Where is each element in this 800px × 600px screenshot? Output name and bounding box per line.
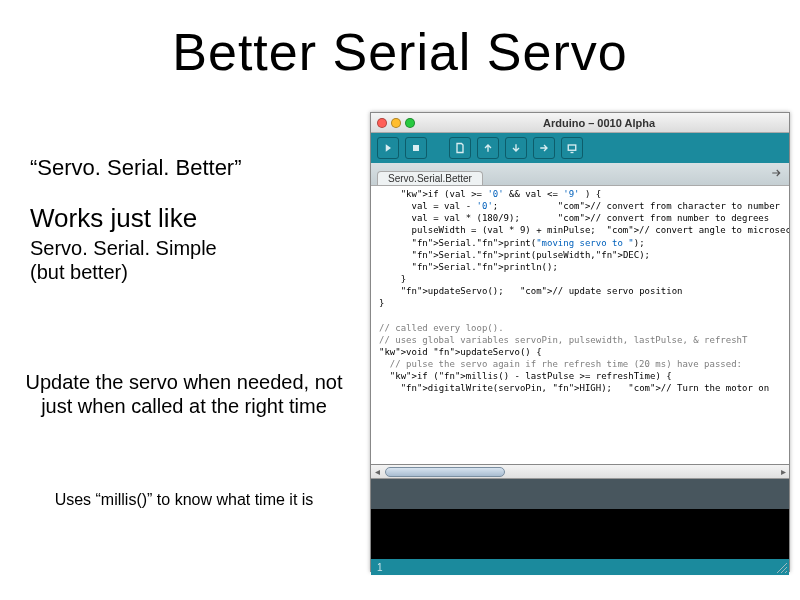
code-editor[interactable]: "kw">if (val >= '0' && val <= '9' ) { va… <box>371 185 789 465</box>
new-sketch-button[interactable] <box>449 137 471 159</box>
works-subtext: Servo. Serial. Simple(but better) <box>30 236 340 284</box>
svg-rect-2 <box>568 145 576 150</box>
arduino-ide-window: Arduino – 0010 Alpha Servo.Serial.Better… <box>370 112 790 572</box>
scrollbar-thumb[interactable] <box>385 467 505 477</box>
slide-title: Better Serial Servo <box>0 22 800 82</box>
subtitle-quote: “Servo. Serial. Better” <box>30 155 340 181</box>
tab-menu-button[interactable] <box>767 165 785 181</box>
scroll-left-icon[interactable]: ◂ <box>371 466 383 478</box>
tab-strip: Servo.Serial.Better <box>371 163 789 185</box>
works-heading: Works just like <box>30 203 340 234</box>
scroll-right-icon[interactable]: ▸ <box>777 466 789 478</box>
zoom-icon[interactable] <box>405 118 415 128</box>
ide-footer: 1 <box>371 559 789 575</box>
status-bar <box>371 479 789 509</box>
window-title: Arduino – 0010 Alpha <box>415 117 783 129</box>
open-sketch-button[interactable] <box>477 137 499 159</box>
serial-monitor-button[interactable] <box>561 137 583 159</box>
verify-button[interactable] <box>377 137 399 159</box>
window-titlebar: Arduino – 0010 Alpha <box>371 113 789 133</box>
horizontal-scrollbar[interactable]: ◂ ▸ <box>371 465 789 479</box>
line-number: 1 <box>377 562 383 573</box>
resize-handle-icon[interactable] <box>777 559 787 569</box>
description-paragraph-2: Uses “millis()” to know what time it is <box>14 490 354 509</box>
sketch-tab[interactable]: Servo.Serial.Better <box>377 171 483 185</box>
svg-rect-1 <box>413 145 419 151</box>
ide-toolbar <box>371 133 789 163</box>
console-output <box>371 509 789 559</box>
stop-button[interactable] <box>405 137 427 159</box>
minimize-icon[interactable] <box>391 118 401 128</box>
description-paragraph-1: Update the servo when needed, not just w… <box>14 370 354 418</box>
upload-button[interactable] <box>533 137 555 159</box>
close-icon[interactable] <box>377 118 387 128</box>
save-sketch-button[interactable] <box>505 137 527 159</box>
svg-marker-0 <box>386 144 391 152</box>
